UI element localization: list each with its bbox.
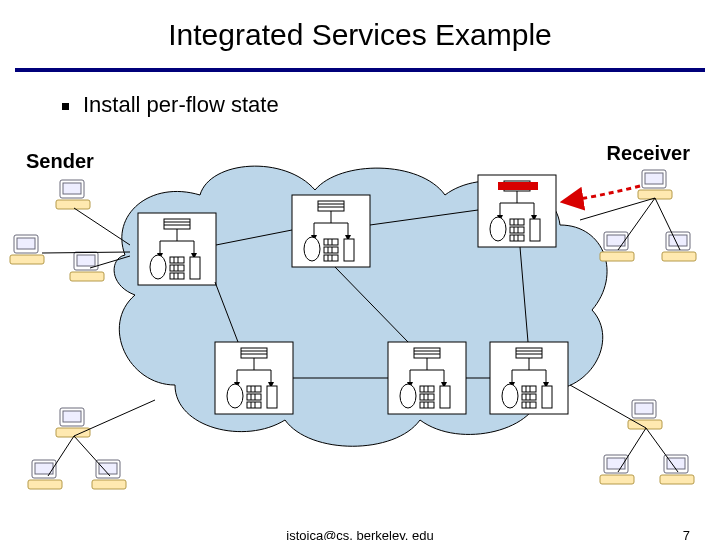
- router: [388, 342, 466, 414]
- svg-line-34: [618, 428, 646, 472]
- host: [56, 408, 90, 437]
- router: [292, 195, 370, 267]
- host: [638, 170, 672, 199]
- svg-line-24: [74, 208, 130, 245]
- svg-line-31: [618, 198, 655, 250]
- flow-state: [498, 182, 538, 190]
- router: [138, 213, 216, 285]
- host: [628, 400, 662, 429]
- host: [56, 180, 90, 209]
- reservation-arrow: [562, 186, 640, 202]
- svg-line-30: [580, 198, 655, 220]
- svg-line-29: [74, 436, 110, 476]
- page-number: 7: [683, 528, 690, 540]
- host: [10, 235, 44, 264]
- svg-line-35: [646, 428, 678, 472]
- svg-line-25: [42, 252, 130, 253]
- host: [662, 232, 696, 261]
- host: [28, 460, 62, 489]
- router: [215, 342, 293, 414]
- host: [70, 252, 104, 281]
- svg-line-27: [74, 400, 155, 436]
- slide: Integrated Services Example Install per-…: [0, 0, 720, 540]
- diagram: [0, 0, 720, 540]
- host: [600, 455, 634, 484]
- router: [490, 342, 568, 414]
- host: [660, 455, 694, 484]
- footer-email: istoica@cs. berkeley. edu: [0, 528, 720, 540]
- host: [600, 232, 634, 261]
- svg-line-28: [48, 436, 74, 476]
